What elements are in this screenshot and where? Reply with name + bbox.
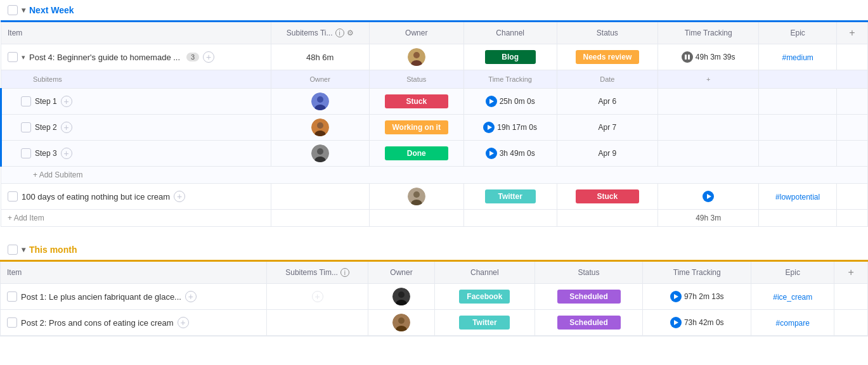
subitem-add-icon-step3[interactable]: + <box>61 148 72 159</box>
subitem-owner-step2 <box>271 115 369 141</box>
subitems-info-icon-nw[interactable]: i <box>335 29 344 37</box>
epic-cell-row3: #ice_cream <box>751 284 834 310</box>
subitem-add-icon-step1[interactable]: + <box>61 96 72 107</box>
subitem-row-step1: Step 1 + Stuck 25h 0m 0s <box>1 89 868 115</box>
tracking-cell-row3: 97h 2m 13s <box>643 284 751 310</box>
item-cell-row4: Post 2: Pros and cons of eating ice crea… <box>1 310 267 336</box>
status-cell-row3[interactable]: Scheduled <box>534 284 643 310</box>
add-item-btn-nw[interactable]: + Add Item <box>1 210 271 227</box>
item-name-row2: 100 days of eating nothing but ice cream <box>22 192 170 202</box>
subitem-status-step3[interactable]: Done <box>369 141 463 167</box>
avatar-row3 <box>392 288 410 305</box>
subitem-row-step2: Step 2 + Working on it 19h 17m 0s <box>1 115 868 141</box>
subitem-tracking-step1: 25h 0m 0s <box>463 89 557 115</box>
subitem-add-row3[interactable]: + <box>312 291 323 302</box>
chevron-icon[interactable]: ▾ <box>22 6 25 15</box>
subitem-status-step1[interactable]: Stuck <box>369 89 463 115</box>
section-checkbox-this-month[interactable] <box>8 245 18 255</box>
add-icon-row4[interactable]: + <box>178 317 189 328</box>
section-checkbox-next-week[interactable] <box>8 5 18 15</box>
subitem-tracking-step3: 3h 49m 0s <box>463 141 557 167</box>
subitem-tracking-time-step2: 19h 17m 0s <box>497 123 537 132</box>
subitem-extra1-step1 <box>658 89 759 115</box>
subitem-label-step1: Step 1 <box>35 97 57 106</box>
th-plus-tm[interactable]: + <box>834 261 868 284</box>
add-subitem-icon-row1[interactable]: + <box>203 51 214 63</box>
subitem-name-step3: Step 3 + <box>1 141 271 167</box>
add-subitem-btn[interactable]: + Add Subitem <box>1 167 868 184</box>
row-checkbox-row1[interactable] <box>8 52 18 62</box>
svg-point-7 <box>317 122 323 129</box>
status-badge-row2[interactable]: Stuck <box>576 189 639 203</box>
subitem-th-plus[interactable]: + <box>658 70 759 89</box>
play-btn-step3[interactable] <box>486 148 497 159</box>
add-column-btn-nw[interactable]: + <box>849 27 855 38</box>
status-badge-row3[interactable]: Scheduled <box>557 290 621 304</box>
add-icon-row2[interactable]: + <box>174 191 185 202</box>
th-epic-tm: Epic <box>751 261 834 284</box>
subitem-th-date: Date <box>557 70 657 89</box>
owner-cell-row2 <box>369 184 463 210</box>
table-row: ▾ Post 4: Beginner's guide to homemade .… <box>1 44 868 70</box>
chevron-icon-this-month[interactable]: ▾ <box>22 245 25 254</box>
add-subitem-row[interactable]: + Add Subitem <box>1 167 868 184</box>
subitem-checkbox-step1[interactable] <box>21 96 31 106</box>
th-channel-nw: Channel <box>463 22 557 44</box>
subitem-extra3-step3 <box>836 141 867 167</box>
pause-btn-row1[interactable] <box>682 51 693 63</box>
channel-cell-row4: Twitter <box>435 310 535 336</box>
play-btn-step1[interactable] <box>486 96 497 107</box>
subitems-options-icon-nw[interactable]: ⚙ <box>347 29 354 37</box>
play-btn-row4[interactable] <box>670 317 682 328</box>
table-row: Post 1: Le plus ancien fabriquant de gla… <box>1 284 868 310</box>
play-btn-row3[interactable] <box>670 291 682 302</box>
channel-cell-row3: Facebook <box>435 284 535 310</box>
play-btn-step2[interactable] <box>483 122 495 133</box>
subitem-th-owner: Owner <box>271 70 369 89</box>
status-cell-row4[interactable]: Scheduled <box>534 310 643 336</box>
subitem-status-badge-step1[interactable]: Stuck <box>385 94 448 108</box>
th-tracking-tm: Time Tracking <box>643 261 751 284</box>
expand-btn-row1[interactable]: ▾ <box>22 53 25 61</box>
th-subitems-nw: Subitems Ti... i ⚙ <box>271 22 369 44</box>
th-status-tm: Status <box>534 261 643 284</box>
subitem-date-step1: Apr 6 <box>557 89 657 115</box>
status-cell-row1[interactable]: Needs review <box>557 44 657 70</box>
subitem-extra3-step2 <box>836 115 867 141</box>
epic-cell-row2: #lowpotential <box>759 184 837 210</box>
add-item-row-nw[interactable]: + Add Item 49h 3m <box>1 210 868 227</box>
row-checkbox-row2[interactable] <box>8 191 18 202</box>
status-cell-row2[interactable]: Stuck <box>557 184 657 210</box>
subitem-label-step3: Step 3 <box>35 149 57 158</box>
epic-label-row2: #lowpotential <box>775 193 820 202</box>
channel-cell-row1: Blog <box>463 44 557 70</box>
subitem-extra3-step1 <box>836 89 867 115</box>
item-cell-row1: ▾ Post 4: Beginner's guide to homemade .… <box>1 44 271 70</box>
play-btn-row2[interactable] <box>703 191 714 202</box>
th-plus-nw[interactable]: + <box>836 22 867 44</box>
owner-cell-row1 <box>369 44 463 70</box>
row-checkbox-row4[interactable] <box>7 317 17 328</box>
subitem-add-icon-step2[interactable]: + <box>61 122 72 133</box>
subitem-status-badge-step2[interactable]: Working on it <box>385 120 448 134</box>
subitem-checkbox-step3[interactable] <box>21 148 31 158</box>
svg-point-4 <box>317 96 323 103</box>
subitem-status-step2[interactable]: Working on it <box>369 115 463 141</box>
subitem-checkbox-step2[interactable] <box>21 122 31 132</box>
row-checkbox-row3[interactable] <box>7 291 17 302</box>
epic-label-row3: #ice_cream <box>773 293 812 302</box>
status-badge-row4[interactable]: Scheduled <box>557 316 621 330</box>
add-icon-row3[interactable]: + <box>185 291 197 302</box>
status-badge-row1[interactable]: Needs review <box>576 50 640 64</box>
avatar-row1 <box>408 48 425 66</box>
subitem-extra1-step3 <box>658 141 759 167</box>
add-column-btn-tm[interactable]: + <box>848 267 854 278</box>
tracking-cell-row4: 73h 42m 0s <box>643 310 751 336</box>
subitems-info-icon-tm[interactable]: i <box>340 268 349 277</box>
actions-cell-row4 <box>834 310 868 336</box>
channel-badge-row3: Facebook <box>459 290 510 304</box>
subitem-status-badge-step3[interactable]: Done <box>385 146 448 160</box>
table-row: Post 2: Pros and cons of eating ice crea… <box>1 310 868 336</box>
subitem-tracking-step2: 19h 17m 0s <box>463 115 557 141</box>
epic-label-row1: #medium <box>782 53 813 62</box>
